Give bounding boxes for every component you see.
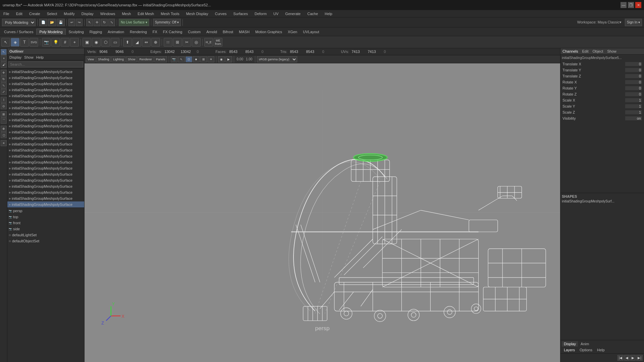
close-button[interactable]: ✕ <box>635 2 641 8</box>
text-icon-btn[interactable]: T <box>20 38 29 47</box>
outliner-search-input[interactable] <box>8 61 83 67</box>
display-tab[interactable]: Display <box>562 341 578 347</box>
vp-lighting-menu[interactable]: Lighting <box>111 56 125 62</box>
nav-next-btn[interactable]: ▶ <box>630 355 636 361</box>
outliner-mesh-item[interactable]: ◈initialShadingGroupMeshpolySurface <box>7 87 84 93</box>
menu-item-curves[interactable]: Curves <box>214 11 228 16</box>
channel-row[interactable]: Scale Z1 <box>562 109 643 115</box>
vp-view-menu[interactable]: View <box>86 56 96 62</box>
extrude-btn[interactable]: ⬆ <box>123 38 132 47</box>
select-tool-btn[interactable]: ↖ <box>86 19 93 26</box>
mode-select[interactable]: Poly Modeling Modeling Sculpting <box>2 19 36 26</box>
anim-tab[interactable]: Anim <box>579 341 591 347</box>
menu-item-edit-mesh[interactable]: Edit Mesh <box>136 11 155 16</box>
vp-camera-btn[interactable]: 📷 <box>171 56 177 62</box>
sculpt-side-btn[interactable]: ⌇ <box>1 97 7 103</box>
vp-lighting-btn2[interactable]: ☀ <box>208 56 214 62</box>
scale-side-btn[interactable]: ⤡ <box>1 82 7 88</box>
cube-btn[interactable]: ▣ <box>83 38 91 47</box>
snap-grid-btn[interactable]: ⊞ <box>1 111 7 117</box>
move-tool-btn[interactable]: ✛ <box>94 19 100 26</box>
select-mode-btn[interactable]: ↖ <box>1 49 7 55</box>
show-manip-btn[interactable]: ⊕ <box>1 126 7 132</box>
outliner-mesh-item[interactable]: ◈initialShadingGroupMeshpolySurface <box>7 147 84 153</box>
file-open-btn[interactable]: 📂 <box>48 19 56 26</box>
vp-render-btn[interactable]: ▶ <box>225 56 232 62</box>
paint-select-btn[interactable]: 🖌 <box>1 62 7 68</box>
outliner-mesh-item[interactable]: ◈initialShadingGroupMeshpolySurface <box>7 123 84 129</box>
menu-item-surfaces[interactable]: Surfaces <box>232 11 249 16</box>
insert-edge-btn[interactable]: ⊞ <box>173 38 182 47</box>
camera-btn[interactable]: 📷 <box>42 38 51 47</box>
shelf-tab-xgen[interactable]: XGen <box>285 29 300 35</box>
soft-sel-btn[interactable]: ⊙ <box>1 103 7 109</box>
bridge-btn[interactable]: ⇔ <box>142 38 151 47</box>
hide-sel-btn[interactable]: ◻ <box>1 132 7 138</box>
channel-row[interactable]: Rotate X0 <box>562 79 643 85</box>
loop-cut-btn[interactable]: ∷ <box>164 38 172 47</box>
outliner-mesh-item[interactable]: ◈initialShadingGroupMeshpolySurface <box>7 153 84 159</box>
layer-btn[interactable]: ≡ <box>1 140 7 146</box>
vp-panels-menu[interactable]: Panels <box>154 56 167 62</box>
channel-row[interactable]: Translate Y0 <box>562 67 643 73</box>
shelf-tab-arnold[interactable]: Arnold <box>204 29 220 35</box>
outliner-mesh-item[interactable]: ◈initialShadingGroupMeshpolySurface <box>7 189 84 195</box>
scale-tool-btn[interactable]: ⤡ <box>108 19 115 26</box>
outliner-help-menu[interactable]: Help <box>36 55 44 59</box>
bevel-btn[interactable]: ◢ <box>132 38 141 47</box>
shelf-tab-sculpting[interactable]: Sculpting <box>66 29 87 35</box>
light-btn[interactable]: 💡 <box>51 38 60 47</box>
nav-first-btn[interactable]: |◀ <box>618 355 624 361</box>
outliner-mesh-item[interactable]: ◈initialShadingGroupMeshpolySurface <box>7 105 84 111</box>
show-tab[interactable]: Show <box>607 49 616 53</box>
vp-shading-menu[interactable]: Shading <box>96 56 111 62</box>
outliner-camera-item[interactable]: 📷side <box>7 226 84 232</box>
file-new-btn[interactable]: 📄 <box>39 19 47 26</box>
vp-wire-btn[interactable]: ⊡ <box>185 56 192 62</box>
menu-item-modify[interactable]: Modify <box>62 11 76 16</box>
fill-hole-btn[interactable]: ◎ <box>192 38 201 47</box>
viewport[interactable]: X Y Z <box>85 63 560 362</box>
move-side-btn[interactable]: ✛ <box>1 70 7 76</box>
menu-item-mesh-display[interactable]: Mesh Display <box>185 11 210 16</box>
outliner-mesh-item[interactable]: ◈initialShadingGroupMeshpolySurface <box>7 141 84 147</box>
nav-last-btn[interactable]: ▶| <box>636 355 643 361</box>
menu-item-select[interactable]: Select <box>46 11 59 16</box>
menu-item-deform[interactable]: Deform <box>253 11 268 16</box>
vp-texture-btn[interactable]: ⊞ <box>200 56 207 62</box>
outliner-mesh-item[interactable]: ◈initialShadingGroupMeshpolySurface <box>7 69 84 75</box>
multi-cut-btn[interactable]: ✂ <box>182 38 191 47</box>
shelf-tab-fx-caching[interactable]: FX Caching <box>160 29 185 35</box>
menu-item-windows[interactable]: Windows <box>99 11 117 16</box>
transform-side-btn[interactable]: ⤢ <box>1 89 7 95</box>
options-subtab[interactable]: Options <box>578 347 594 353</box>
shelf-tab-poly-modeling[interactable]: Poly Modeling <box>36 28 65 35</box>
shelf-tab-mash[interactable]: MASH <box>236 29 252 35</box>
outliner-display-menu[interactable]: Display <box>9 55 21 59</box>
menu-item-file[interactable]: File <box>2 11 11 16</box>
outliner-mesh-item[interactable]: ◈initialShadingGroupMeshpolySurface <box>7 165 84 171</box>
outliner-mesh-item[interactable]: ◈initialShadingGroupMeshpolySurface <box>7 99 84 105</box>
vp-renderer-menu[interactable]: Renderer <box>138 56 154 62</box>
outliner-camera-item[interactable]: 📷persp <box>7 208 84 214</box>
shelf-tab-motion-graphics[interactable]: Motion Graphics <box>253 29 285 35</box>
merge-btn[interactable]: ⊕ <box>151 38 160 47</box>
help-subtab[interactable]: Help <box>595 347 607 353</box>
outliner-mesh-item[interactable]: ◈initialShadingGroupMeshpolySurface <box>7 171 84 177</box>
outliner-mesh-item[interactable]: ◈initialShadingGroupMeshpolySurface <box>7 93 84 99</box>
no-live-surface-btn[interactable]: No Live Surface ▾ <box>119 19 149 26</box>
outliner-set-item[interactable]: ⊙defaultLightSet <box>7 232 84 238</box>
snap-curve-btn[interactable]: ⌒ <box>1 118 7 124</box>
shelf-tab-rigging[interactable]: Rigging <box>87 29 105 35</box>
minimize-button[interactable]: — <box>621 2 627 8</box>
layers-subtab[interactable]: Layers <box>562 347 577 353</box>
select-icon-btn[interactable]: ↖ <box>1 38 10 47</box>
shelf-tab-animation[interactable]: Animation <box>105 29 127 35</box>
grid-btn[interactable]: # <box>61 38 69 47</box>
outliner-show-menu[interactable]: Show <box>24 55 34 59</box>
outliner-mesh-item[interactable]: ◈initialShadingGroupMeshpolySurface <box>7 135 84 141</box>
outliner-mesh-item[interactable]: ◈initialShadingGroupMeshpolySurface <box>7 129 84 135</box>
menu-item-mesh[interactable]: Mesh <box>120 11 132 16</box>
snap-btn[interactable]: ⌖ <box>70 38 79 47</box>
menu-item-uv[interactable]: UV <box>272 11 280 16</box>
